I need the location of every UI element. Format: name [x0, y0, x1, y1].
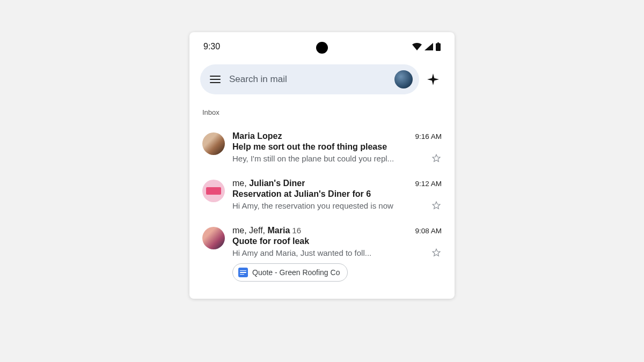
email-body: Maria Lopez 9:16 AM Help me sort out the… — [232, 131, 442, 164]
battery-icon — [436, 42, 441, 51]
sender-avatar[interactable] — [202, 227, 225, 249]
email-subject: Quote for roof leak — [232, 237, 442, 246]
email-list: Maria Lopez 9:16 AM Help me sort out the… — [189, 120, 455, 299]
email-snippet: Hey, I'm still on the plane but could yo… — [232, 154, 394, 163]
email-body: me, Jeff, Maria16 9:08 AM Quote for roof… — [232, 226, 442, 282]
profile-avatar[interactable] — [394, 70, 413, 88]
status-icons — [412, 42, 441, 51]
email-subject: Reservation at Julian's Diner for 6 — [232, 189, 442, 199]
sender-avatar[interactable] — [202, 132, 225, 155]
camera-cutout — [316, 42, 328, 54]
star-button[interactable] — [431, 200, 442, 211]
email-time: 9:12 AM — [415, 180, 442, 188]
email-item[interactable]: Maria Lopez 9:16 AM Help me sort out the… — [200, 123, 444, 170]
diner-logo-icon — [206, 187, 221, 195]
email-time: 9:08 AM — [415, 227, 442, 235]
email-body: me, Julian's Diner 9:12 AM Reservation a… — [232, 179, 442, 211]
email-subject: Help me sort out the roof thing please — [232, 142, 442, 152]
sparkle-icon — [427, 73, 440, 86]
signal-icon — [425, 43, 433, 50]
email-sender: me, Jeff, Maria16 — [232, 226, 301, 235]
status-bar: 9:30 — [189, 32, 455, 58]
document-icon — [238, 268, 248, 277]
star-button[interactable] — [431, 247, 442, 258]
email-snippet: Hi Amy, the reservation you requested is… — [232, 201, 393, 210]
email-sender: me, Julian's Diner — [232, 179, 305, 188]
inbox-label: Inbox — [189, 100, 455, 120]
email-item[interactable]: me, Julian's Diner 9:12 AM Reservation a… — [200, 170, 444, 217]
email-item[interactable]: me, Jeff, Maria16 9:08 AM Quote for roof… — [200, 217, 444, 288]
phone-frame: 9:30 Search in mail Inbox Maria Lopez — [189, 32, 455, 299]
search-input[interactable]: Search in mail — [229, 74, 386, 85]
email-time: 9:16 AM — [415, 132, 442, 141]
attachment-chip[interactable]: Quote - Green Roofing Co — [232, 263, 348, 282]
ai-sparkle-button[interactable] — [426, 72, 441, 87]
sender-avatar[interactable] — [202, 180, 225, 202]
star-button[interactable] — [431, 153, 442, 164]
star-outline-icon — [431, 201, 441, 210]
star-outline-icon — [431, 248, 441, 257]
status-time: 9:30 — [203, 42, 220, 51]
search-row: Search in mail — [189, 58, 455, 100]
menu-icon[interactable] — [210, 76, 221, 83]
email-sender: Maria Lopez — [232, 131, 282, 141]
email-snippet: Hi Amy and Maria, Just wanted to foll... — [232, 248, 371, 257]
search-bar[interactable]: Search in mail — [200, 64, 419, 94]
wifi-icon — [412, 43, 422, 50]
svg-rect-1 — [437, 42, 439, 43]
svg-rect-0 — [436, 43, 441, 51]
attachment-label: Quote - Green Roofing Co — [252, 268, 340, 277]
star-outline-icon — [431, 153, 441, 163]
